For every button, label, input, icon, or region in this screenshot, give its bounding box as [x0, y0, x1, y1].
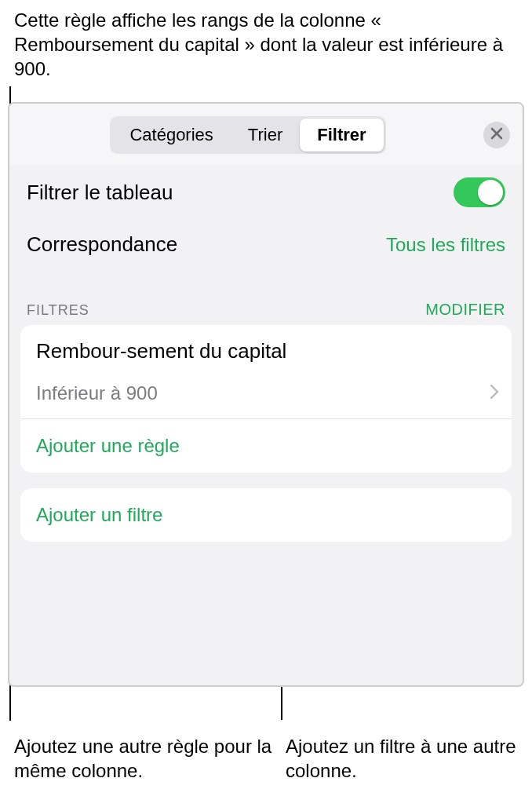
add-filter-button[interactable]: Ajouter un filtre — [20, 488, 512, 542]
filters-section-header: FILTRES MODIFIER — [9, 269, 523, 325]
callout-bottom-right: Ajoutez un filtre à une autre colonne. — [276, 734, 532, 783]
filter-rule-text: Inférieur à 900 — [36, 382, 158, 404]
match-value: Tous les filtres — [386, 234, 505, 256]
add-filter-card: Ajouter un filtre — [20, 488, 512, 542]
add-rule-button[interactable]: Ajouter une règle — [20, 419, 512, 473]
segmented-control: Catégories Trier Filtrer — [110, 116, 385, 154]
chevron-right-icon — [490, 382, 499, 404]
filters-section-title: FILTRES — [27, 302, 89, 319]
tab-sort[interactable]: Trier — [231, 119, 300, 152]
callouts-bottom: Ajoutez une autre règle pour la même col… — [0, 734, 532, 783]
filter-table-label: Filtrer le tableau — [27, 181, 173, 205]
match-label: Correspondance — [27, 232, 177, 257]
callout-top: Cette règle affiche les rangs de la colo… — [0, 0, 532, 96]
toggle-knob — [478, 180, 503, 205]
tab-filter[interactable]: Filtrer — [300, 119, 383, 152]
filter-panel: Catégories Trier Filtrer Filtrer le tabl… — [8, 102, 524, 687]
filter-card: Rembour-sement du capital Inférieur à 90… — [20, 325, 512, 473]
filter-rule-row[interactable]: Inférieur à 900 — [20, 371, 512, 419]
filter-column-name: Rembour-sement du capital — [20, 325, 512, 371]
row-filter-table: Filtrer le tableau — [9, 165, 523, 220]
edit-filters-button[interactable]: MODIFIER — [425, 301, 505, 319]
callout-bottom-left: Ajoutez une autre règle pour la même col… — [0, 734, 276, 783]
filter-table-toggle[interactable] — [454, 177, 505, 207]
panel-topbar: Catégories Trier Filtrer — [9, 104, 523, 165]
close-button[interactable] — [483, 122, 510, 148]
tab-categories[interactable]: Catégories — [112, 119, 230, 152]
close-icon — [490, 127, 503, 143]
row-match[interactable]: Correspondance Tous les filtres — [9, 220, 523, 269]
